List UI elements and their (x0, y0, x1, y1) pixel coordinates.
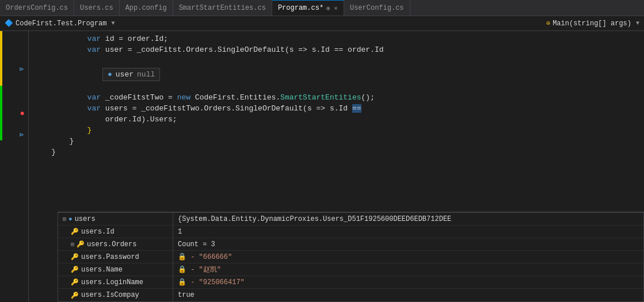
watch-label-users-orders: users.Orders (87, 240, 136, 249)
tab-appconfig[interactable]: App.config (120, 0, 173, 16)
watch-name-users-orders: ⊞ 🔑 users.Orders (58, 238, 173, 250)
watch-name-users-name: 🔑 users.Name (58, 263, 173, 276)
code-line-5: var _codeFitstTwo = new CodeFirst.Entiti… (33, 92, 644, 103)
breadcrumb-left-icon: 🔷 (5, 19, 13, 28)
bookmark-icon-2: ⊳ (20, 131, 24, 139)
watch-label-users-name: users.Name (81, 266, 123, 274)
gutter-line-7 (0, 97, 28, 108)
gutter-line-3 (0, 53, 28, 64)
code-line-8: } (33, 125, 644, 136)
watch-row-users-id[interactable]: 🔑 users.Id 1 (58, 225, 643, 238)
watch-value-users-password: 🔒 - "666666" (173, 253, 643, 261)
watch-row-users-orders[interactable]: ⊞ 🔑 users.Orders Count = 3 (58, 238, 643, 251)
lock-icon-id: 🔑 (71, 228, 79, 235)
watch-value-users-name: 🔒 - "赵凯" (173, 265, 643, 274)
breadcrumb-bar: 🔷 CodeFirst.Test.Program ▼ ⊕ Main(string… (0, 16, 644, 31)
line-gutter: ⊳ ● ⊳ (0, 31, 29, 302)
lock-icon-orders: 🔑 (77, 240, 85, 248)
expand-icon-users[interactable]: ⊞ (63, 216, 66, 223)
bookmark-icon: ⊳ (20, 65, 24, 74)
code-line-3 (33, 55, 644, 66)
lock-icon-iscompay: 🔑 (71, 292, 79, 299)
lock-icon-loginname: 🔑 (71, 278, 79, 286)
watch-name-users: ⊞ ● users (58, 213, 173, 225)
editor-container: ⊳ ● ⊳ var id = order.Id; (0, 31, 644, 302)
tab-userconfig-label: UserConfig.cs (350, 4, 404, 12)
tooltip-obj-icon: ● (108, 70, 112, 79)
code-editor[interactable]: var id = order.Id; var user = _codeFitst… (29, 31, 644, 302)
gutter-line-9 (0, 118, 28, 129)
tooltip-popup: ● user null (68, 66, 644, 81)
code-line-10: } (33, 147, 644, 158)
watch-value-users: {System.Data.Entity.DynamicProxies.Users… (173, 215, 643, 223)
watch-row-users-name[interactable]: 🔑 users.Name 🔒 - "赵凯" (58, 263, 643, 276)
code-line-empty (33, 81, 644, 92)
gutter-line-1 (0, 31, 28, 42)
watch-value-users-orders: Count = 3 (173, 240, 643, 249)
watch-label-users: users (75, 215, 96, 223)
watch-row-users[interactable]: ⊞ ● users {System.Data.Entity.DynamicPro… (58, 213, 643, 225)
breadcrumb-left-text[interactable]: CodeFirst.Test.Program (16, 20, 106, 28)
watch-label-users-iscompay: users.IsCompay (81, 291, 139, 299)
watch-name-users-iscompay: 🔑 users.IsCompay (58, 289, 173, 301)
code-line-1: var id = order.Id; (33, 33, 644, 44)
expand-icon-orders[interactable]: ⊞ (71, 241, 74, 248)
watch-value-users-id: 1 (173, 228, 643, 236)
watch-name-users-password: 🔑 users.Password (58, 251, 173, 263)
tooltip-value: null (137, 70, 155, 79)
watch-row-users-iscompay[interactable]: 🔑 users.IsCompay true (58, 289, 643, 301)
code-line-6: var users = _codeFitstTwo.Orders.SingleO… (33, 103, 644, 114)
breadcrumb-right-text[interactable]: Main(string[] args) (552, 20, 631, 28)
watch-value-users-iscompay: true (173, 291, 643, 299)
tooltip-name: user (116, 70, 134, 79)
watch-label-users-id: users.Id (81, 228, 115, 236)
code-line-9: } (33, 136, 644, 147)
tab-program-close[interactable]: ⊕ × (326, 5, 338, 12)
watch-name-users-loginname: 🔑 users.LoginName (58, 276, 173, 288)
tab-users-label: Users.cs (80, 4, 113, 12)
breakpoint-icon: ● (20, 109, 25, 118)
tab-userconfig[interactable]: UserConfig.cs (344, 0, 410, 16)
tab-appconfig-label: App.config (125, 4, 167, 12)
watch-name-users-id: 🔑 users.Id (58, 225, 173, 238)
gutter-line-8: ● (0, 108, 28, 118)
code-line-7: order.Id).Users; (33, 114, 644, 125)
watch-row-users-loginname[interactable]: 🔑 users.LoginName 🔒 - "925066417" (58, 276, 643, 289)
watch-value-users-loginname: 🔒 - "925066417" (173, 278, 643, 286)
tab-program[interactable]: Program.cs* ⊕ × (272, 0, 344, 16)
watch-label-users-loginname: users.LoginName (81, 278, 143, 286)
lock-icon-password: 🔑 (71, 253, 79, 261)
gutter-line-10: ⊳ (0, 129, 28, 140)
tab-smartstart[interactable]: SmartStartEntities.cs (173, 0, 272, 16)
watch-label-users-password: users.Password (81, 253, 139, 261)
tab-program-label: Program.cs* (278, 4, 323, 12)
tab-smartstart-label: SmartStartEntities.cs (179, 4, 266, 12)
gutter-line-5 (0, 75, 28, 86)
obj-icon-users: ● (68, 216, 73, 223)
watch-row-users-password[interactable]: 🔑 users.Password 🔒 - "666666" (58, 251, 643, 263)
breadcrumb-right-icon: ⊕ (546, 19, 550, 28)
lock-icon-name: 🔑 (71, 266, 79, 273)
gutter-line-6 (0, 86, 28, 97)
breadcrumb-right-dropdown[interactable]: ▼ (636, 20, 639, 26)
code-line-2: var user = _codeFitst.Orders.SingleOrDef… (33, 44, 644, 55)
tab-ordersconfig-label: OrdersConfig.cs (6, 4, 68, 12)
gutter-line-2 (0, 42, 28, 53)
tab-bar: OrdersConfig.cs Users.cs App.config Smar… (0, 0, 644, 16)
tab-users[interactable]: Users.cs (74, 0, 120, 16)
gutter-line-4: ⊳ (0, 64, 28, 75)
watch-panel: ⊞ ● users {System.Data.Entity.DynamicPro… (58, 212, 644, 302)
breadcrumb-right: ⊕ Main(string[] args) ▼ (546, 19, 639, 28)
breadcrumb-left-dropdown[interactable]: ▼ (111, 20, 115, 26)
tab-ordersconfig[interactable]: OrdersConfig.cs (0, 0, 74, 16)
